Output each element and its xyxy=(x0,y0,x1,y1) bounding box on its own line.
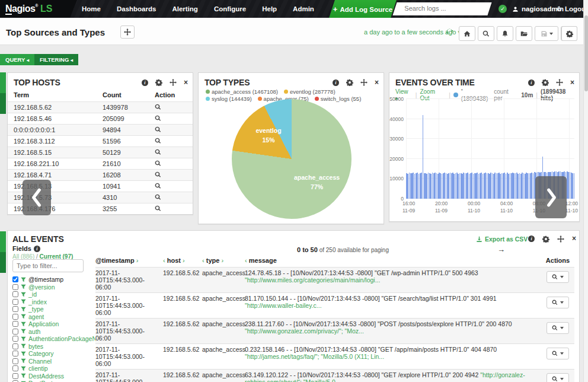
interval-value[interactable]: 10m xyxy=(521,92,533,98)
field-item-Application[interactable]: Application xyxy=(12,320,92,328)
field-filter-input[interactable] xyxy=(12,259,84,272)
nav-item-home[interactable]: Home xyxy=(82,5,101,12)
col-host[interactable]: ‹ host › xyxy=(163,257,202,264)
magnifier-icon[interactable] xyxy=(155,138,161,144)
col-timestamp[interactable]: @timestamp › xyxy=(95,257,163,264)
top-types-pie-chart[interactable]: eventlog15% apache_access77% xyxy=(232,99,351,219)
col-message[interactable]: ‹ message xyxy=(245,257,541,264)
filter-funnel-icon[interactable] xyxy=(21,299,26,304)
search-button[interactable] xyxy=(478,26,494,41)
magnifier-icon[interactable] xyxy=(155,149,161,155)
field-item-@version[interactable]: @version xyxy=(12,284,92,291)
carousel-prev-button[interactable] xyxy=(23,180,51,215)
histogram-bar[interactable] xyxy=(574,173,575,199)
info-icon[interactable]: i xyxy=(528,79,535,86)
field-item-agent[interactable]: agent xyxy=(12,313,92,321)
open-dashboard-button[interactable] xyxy=(516,26,532,41)
move-icon[interactable] xyxy=(556,79,563,86)
field-checkbox[interactable] xyxy=(12,306,18,312)
field-item-bytes[interactable]: bytes xyxy=(12,343,92,351)
filter-funnel-icon[interactable] xyxy=(21,284,26,289)
close-icon[interactable]: × xyxy=(572,235,576,243)
nav-item-help[interactable]: Help xyxy=(262,5,277,12)
filter-funnel-icon[interactable] xyxy=(21,343,26,349)
filter-funnel-icon[interactable] xyxy=(21,292,26,297)
legend-item-eventlog[interactable]: eventlog (287778) xyxy=(284,88,335,95)
field-checkbox[interactable] xyxy=(12,365,18,371)
move-dashboard-button[interactable] xyxy=(120,26,135,39)
add-log-source-button[interactable]: +Add Log Source xyxy=(329,0,397,18)
field-item-Category[interactable]: Category xyxy=(12,350,92,358)
alerts-button[interactable] xyxy=(497,26,513,41)
home-button[interactable] xyxy=(459,26,475,41)
refresh-button[interactable] xyxy=(446,27,453,38)
gear-icon[interactable] xyxy=(155,79,162,86)
event-action-button[interactable] xyxy=(547,322,569,334)
filter-funnel-icon[interactable] xyxy=(21,358,26,364)
field-checkbox[interactable] xyxy=(12,358,18,364)
fields-info-icon[interactable]: i xyxy=(34,246,40,252)
message-link[interactable]: "http://www.miles.org/categories/main/ma… xyxy=(245,276,380,284)
collapsed-query-strip-row1[interactable] xyxy=(0,72,6,114)
field-checkbox[interactable] xyxy=(12,291,18,297)
close-icon[interactable]: × xyxy=(184,79,188,86)
next-page-arrow[interactable]: → xyxy=(497,245,505,254)
move-icon[interactable] xyxy=(557,235,564,243)
message-link[interactable]: "http://www.gonzalez.com/privacy/"; "Moz… xyxy=(245,327,364,335)
collapsed-query-strip-row2[interactable] xyxy=(0,231,6,273)
field-checkbox[interactable] xyxy=(12,299,18,305)
magnifier-icon[interactable] xyxy=(155,183,161,189)
field-item-@timestamp[interactable]: @timestamp xyxy=(12,276,92,284)
field-item-auth[interactable]: auth xyxy=(12,328,92,336)
configure-dashboard-button[interactable] xyxy=(561,26,577,41)
event-action-button[interactable] xyxy=(547,297,569,308)
gear-icon[interactable] xyxy=(542,79,549,86)
event-action-button[interactable] xyxy=(547,271,569,283)
magnifier-icon[interactable] xyxy=(155,205,161,212)
carousel-next-button[interactable] xyxy=(535,176,567,218)
filter-funnel-icon[interactable] xyxy=(21,336,26,342)
nagios-ls-logo[interactable]: Nagios® LS xyxy=(0,0,77,18)
filter-funnel-icon[interactable] xyxy=(21,307,26,312)
field-checkbox[interactable] xyxy=(12,276,18,282)
gear-icon[interactable] xyxy=(346,79,353,86)
close-icon[interactable]: × xyxy=(570,79,574,86)
scrollbar-thumb[interactable] xyxy=(584,15,588,91)
move-icon[interactable] xyxy=(170,79,177,86)
nav-item-admin[interactable]: Admin xyxy=(293,5,314,12)
query-color-dot[interactable] xyxy=(453,93,458,97)
nav-item-configure[interactable]: Configure xyxy=(214,5,246,12)
field-checkbox[interactable] xyxy=(12,343,18,349)
magnifier-icon[interactable] xyxy=(155,104,161,110)
info-icon[interactable]: i xyxy=(142,79,148,86)
field-item-_id[interactable]: _id xyxy=(12,291,92,298)
field-item-clientip[interactable]: clientip xyxy=(12,365,92,373)
filtering-tab[interactable]: FILTERING ◂ xyxy=(34,54,78,65)
save-dashboard-button[interactable] xyxy=(535,26,558,41)
filter-funnel-icon[interactable] xyxy=(21,314,26,319)
filter-funnel-icon[interactable] xyxy=(21,366,26,371)
info-icon[interactable]: i xyxy=(333,79,339,86)
search-logs-input[interactable] xyxy=(404,5,481,12)
export-csv-button[interactable]: Export as CSV xyxy=(476,235,528,243)
filter-funnel-icon[interactable] xyxy=(21,373,26,378)
field-item-_type[interactable]: _type xyxy=(12,305,92,313)
field-checkbox[interactable] xyxy=(12,284,18,290)
message-link[interactable]: "http://www.waller-bailey.c... xyxy=(245,302,322,309)
field-checkbox[interactable] xyxy=(12,314,18,320)
status-check-icon[interactable]: ✓ xyxy=(498,5,507,13)
magnifier-icon[interactable] xyxy=(155,171,161,178)
close-icon[interactable]: × xyxy=(375,79,379,86)
field-item-AuthenticationPackageName[interactable]: AuthenticationPackageName xyxy=(12,335,92,343)
field-checkbox[interactable] xyxy=(12,373,18,379)
page-scrollbar[interactable] xyxy=(583,0,588,382)
magnifier-icon[interactable] xyxy=(155,115,161,122)
move-icon[interactable] xyxy=(360,79,368,86)
filter-funnel-icon[interactable] xyxy=(21,277,26,282)
magnifier-icon[interactable] xyxy=(155,160,161,167)
filter-funnel-icon[interactable] xyxy=(21,321,26,327)
field-item-DestAddress[interactable]: DestAddress xyxy=(12,373,92,380)
field-checkbox[interactable] xyxy=(12,329,18,335)
field-item-_index[interactable]: _index xyxy=(12,298,92,306)
col-type[interactable]: ‹ type › xyxy=(202,257,245,264)
